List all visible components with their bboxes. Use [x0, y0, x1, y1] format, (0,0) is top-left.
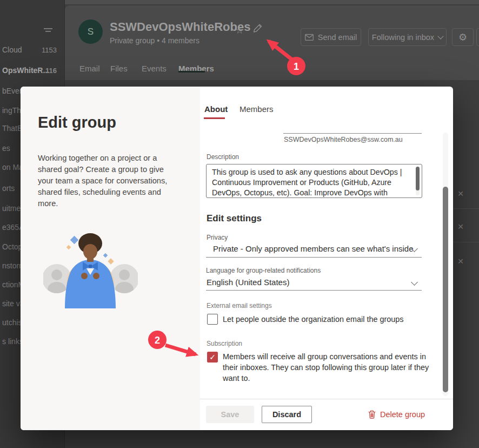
group-settings-button[interactable]: ⚙	[452, 28, 474, 46]
description-label: Description	[207, 153, 239, 161]
group-email-address: SSWDevOpsWhiteRobes@ssw.com.au	[284, 136, 403, 143]
discard-button[interactable]: Discard	[262, 406, 312, 423]
unread-count: 1153	[42, 46, 57, 54]
checkmark-icon: ✓	[209, 353, 216, 361]
gear-icon: ⚙	[458, 31, 467, 43]
screen: Cloud1153 OpsWhiteR...116 bEven ingTh Th…	[0, 0, 479, 448]
following-in-inbox-dropdown[interactable]: Following in inbox	[368, 28, 447, 46]
group-subtitle: Private group • 4 members	[110, 36, 199, 45]
active-tab-underline	[178, 71, 205, 73]
sidebar-item-selected[interactable]: OpsWhiteR...116	[0, 66, 58, 77]
tab-email[interactable]: Email	[79, 64, 100, 73]
delete-group-button[interactable]: Delete group	[365, 406, 428, 423]
dialog-title: Edit group	[38, 114, 116, 131]
favorite-star-icon[interactable]: ☆	[235, 24, 244, 36]
dialog-intro-text: Working together on a project or a share…	[38, 153, 169, 209]
send-email-button[interactable]: Send email	[301, 28, 361, 46]
dialog-scrollbar-thumb[interactable]	[443, 187, 448, 392]
dialog-footer: Save Discard Delete group	[200, 399, 453, 430]
dialog-left-panel: Edit group Working together on a project…	[21, 87, 200, 430]
sidebar-item[interactable]: Cloud1153	[0, 45, 58, 56]
textarea-scrollbar-thumb[interactable]	[416, 167, 420, 190]
remove-member-icon[interactable]: ×	[455, 188, 466, 199]
group-name-input[interactable]	[283, 133, 422, 134]
chevron-down-icon[interactable]	[411, 279, 418, 286]
privacy-underline	[206, 257, 422, 258]
backdrop-top-strip	[65, 0, 479, 4]
description-textarea[interactable]: This group is used to ask any questions …	[206, 164, 422, 198]
subscription-checkbox[interactable]: ✓	[207, 352, 218, 363]
external-email-checkbox-label: Let people outside the organization emai…	[223, 315, 428, 324]
edit-group-dialog: Edit group Working together on a project…	[21, 87, 453, 430]
edit-settings-heading: Edit settings	[207, 213, 262, 224]
chevron-down-icon	[437, 33, 443, 39]
filter-icon[interactable]	[43, 27, 53, 34]
language-underline	[206, 290, 422, 291]
privacy-label: Privacy	[207, 234, 228, 241]
group-title: SSWDevOpsWhiteRobes	[110, 20, 250, 34]
subscription-checkbox-label: Members will receive all group conversat…	[223, 351, 429, 384]
textarea-scrollbar-track	[416, 167, 420, 195]
external-email-checkbox[interactable]	[207, 314, 218, 325]
edit-group-pencil-icon[interactable]	[253, 23, 263, 33]
subscription-label: Subscription	[207, 340, 242, 347]
remove-member-icon[interactable]: ×	[455, 256, 466, 267]
member-row-divider	[452, 208, 479, 209]
language-label: Language for group-related notifications	[206, 267, 321, 274]
dialog-tab-members[interactable]: Members	[239, 104, 274, 114]
group-header-card: S SSWDevOpsWhiteRobes ☆ Private group • …	[65, 5, 479, 80]
tab-events[interactable]: Events	[142, 64, 167, 73]
unread-count: 116	[45, 67, 57, 75]
remove-member-icon[interactable]: ×	[455, 221, 466, 232]
dialog-tab-about[interactable]: About	[204, 104, 228, 114]
envelope-icon	[305, 34, 314, 41]
save-button[interactable]: Save	[206, 406, 254, 423]
external-email-settings-label: External email settings	[207, 302, 272, 309]
dialog-tab-underline	[204, 117, 225, 119]
group-avatar: S	[78, 19, 103, 44]
privacy-dropdown[interactable]: Private - Only approved members can see …	[213, 244, 414, 253]
trash-icon	[368, 410, 376, 419]
member-row-divider	[452, 242, 479, 242]
language-dropdown[interactable]: English (United States)	[207, 278, 289, 287]
tab-files[interactable]: Files	[110, 64, 128, 73]
more-actions-button[interactable]	[476, 28, 479, 46]
group-illustration	[43, 227, 138, 311]
